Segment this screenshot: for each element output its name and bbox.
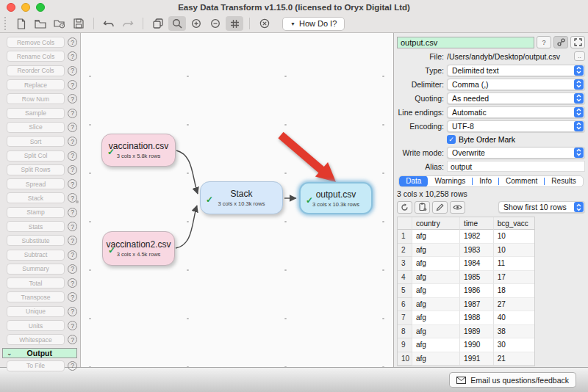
transform-button[interactable]: Rename Cols (7, 51, 65, 62)
table-cell[interactable]: afg (412, 244, 460, 258)
tab-comment[interactable]: Comment (499, 175, 544, 187)
grid-snap-icon[interactable] (226, 16, 243, 31)
transform-button[interactable]: Spread (7, 178, 65, 189)
transform-button[interactable]: Unique (7, 306, 65, 317)
table-cell[interactable]: 1989 (460, 325, 494, 339)
table-cell[interactable]: 1982 (460, 230, 494, 244)
transform-button[interactable]: Stack (7, 192, 65, 203)
table-cell[interactable]: afg (412, 352, 460, 366)
show-rows-select[interactable]: Show first 10 rows (498, 201, 585, 213)
graph-node[interactable]: ✓ vaccination2.csv 3 cols x 4.5k rows (102, 231, 175, 266)
help-icon[interactable]: ? (68, 51, 77, 61)
save-icon[interactable] (70, 16, 87, 31)
column-header[interactable]: country (412, 217, 460, 230)
quoting-select[interactable]: As needed (447, 92, 585, 104)
transform-button[interactable]: Split Col (7, 150, 65, 161)
help-icon[interactable]: ? (68, 278, 77, 288)
transform-button[interactable]: Subtract (7, 250, 65, 261)
table-cell[interactable]: afg (412, 230, 460, 244)
zoom-window-button[interactable] (36, 3, 45, 12)
transform-button[interactable]: Total (7, 277, 65, 288)
help-icon[interactable]: ? (68, 236, 77, 245)
transform-button[interactable]: Remove Cols (7, 37, 65, 48)
table-cell[interactable]: 40 (494, 311, 534, 325)
table-cell[interactable]: 1987 (460, 298, 494, 312)
column-header[interactable]: time (460, 217, 494, 230)
table-cell[interactable]: 38 (494, 325, 534, 339)
table-cell[interactable]: 1985 (460, 271, 494, 285)
node-canvas[interactable]: ✓ vaccination.csv 3 cols x 5.8k rows ✓ v… (81, 33, 393, 367)
duplicate-icon[interactable] (149, 16, 167, 31)
help-icon[interactable]: ? (68, 137, 77, 146)
table-cell[interactable]: 21 (494, 352, 534, 366)
graph-node[interactable]: ✓ vaccination.csv 3 cols x 5.8k rows (101, 134, 176, 167)
table-cell[interactable]: 3 (398, 257, 412, 271)
tab-data[interactable]: Data (399, 175, 428, 187)
transform-button[interactable]: Stamp (7, 207, 65, 218)
table-cell[interactable]: 17 (494, 271, 534, 285)
transform-button[interactable]: Stats (7, 221, 65, 232)
column-header[interactable]: bcg_vacc (494, 217, 534, 230)
transform-button[interactable]: Sort (7, 136, 65, 147)
transform-button[interactable]: Summary (7, 264, 65, 275)
table-cell[interactable]: 8 (398, 325, 412, 339)
table-cell[interactable]: 7 (398, 311, 412, 325)
cancel-icon[interactable] (256, 16, 273, 31)
open-recent-icon[interactable] (51, 16, 68, 31)
open-folder-icon[interactable] (32, 16, 49, 31)
table-cell[interactable]: 6 (398, 298, 412, 312)
table-cell[interactable]: 10 (398, 352, 412, 366)
table-cell[interactable]: afg (412, 298, 460, 312)
help-icon[interactable]: ? (68, 208, 77, 217)
data-table[interactable]: countrytimebcg_vacc1afg1982102afg1983103… (397, 217, 535, 366)
table-cell[interactable]: afg (412, 271, 460, 285)
help-icon[interactable]: ? (68, 165, 77, 175)
byte-order-mark-checkbox[interactable]: ✓ (447, 135, 456, 144)
write-mode-select[interactable]: Overwrite (447, 147, 585, 159)
transform-button[interactable]: Whitespace (7, 334, 65, 345)
edit-pencil-icon[interactable] (432, 201, 448, 214)
line-endings-select[interactable]: Automatic (447, 106, 585, 118)
help-icon[interactable]: ? (68, 250, 77, 260)
help-icon[interactable]: ? (68, 335, 77, 344)
zoom-out-icon[interactable] (207, 16, 224, 31)
table-cell[interactable]: 27 (494, 298, 534, 312)
transform-button[interactable]: Split Rows (7, 164, 65, 175)
table-cell[interactable]: afg (412, 311, 460, 325)
table-cell[interactable]: 1988 (460, 311, 494, 325)
help-icon[interactable]: ? (68, 307, 77, 316)
transform-button[interactable]: To File (7, 360, 65, 371)
refresh-icon[interactable] (397, 201, 412, 214)
email-feedback-button[interactable]: Email us questions/feedback (449, 372, 576, 388)
type-select[interactable]: Delimited text (447, 65, 585, 76)
tab-info[interactable]: Info (473, 175, 498, 187)
table-cell[interactable]: 10 (494, 244, 534, 258)
link-icon[interactable] (553, 36, 568, 48)
transform-button[interactable]: Reorder Cols (7, 65, 65, 76)
help-icon[interactable]: ? (68, 94, 77, 104)
table-cell[interactable]: 1986 (460, 284, 494, 298)
help-icon[interactable]: ? (68, 123, 77, 132)
delimiter-select[interactable]: Comma (,) (447, 79, 585, 90)
table-cell[interactable]: afg (412, 325, 460, 339)
minimize-button[interactable] (21, 3, 30, 12)
table-cell[interactable]: 5 (398, 284, 412, 298)
table-cell[interactable]: 9 (398, 338, 412, 352)
close-button[interactable] (7, 3, 15, 12)
help-icon[interactable]: ? (68, 264, 77, 274)
tab-warnings[interactable]: Warnings (428, 175, 472, 187)
table-cell[interactable]: 10 (494, 230, 534, 244)
zoom-tool-icon[interactable] (168, 16, 186, 31)
redo-icon[interactable] (119, 16, 137, 31)
table-cell[interactable]: afg (412, 338, 460, 352)
encoding-select[interactable]: UTF-8 (447, 120, 585, 132)
help-icon[interactable]: ? (68, 361, 77, 371)
graph-node[interactable]: ✓ Stack 3 cols x 10.3k rows (200, 181, 283, 214)
help-icon[interactable]: ? (68, 179, 77, 189)
sidebar-section-output[interactable]: ⌄ Output (2, 348, 77, 358)
transform-button[interactable]: Replace (7, 79, 65, 90)
table-cell[interactable]: afg (412, 257, 460, 271)
table-cell[interactable]: 1991 (460, 352, 494, 366)
help-icon[interactable]: ? (68, 292, 77, 302)
table-cell[interactable]: 1 (398, 230, 412, 244)
